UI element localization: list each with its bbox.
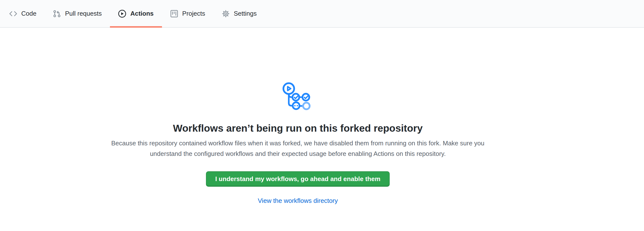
play-icon bbox=[118, 10, 126, 18]
code-icon bbox=[9, 10, 17, 18]
project-icon bbox=[170, 10, 178, 18]
view-workflows-directory-link[interactable]: View the workflows directory bbox=[258, 197, 338, 204]
pull-request-icon bbox=[53, 10, 61, 18]
repo-tab-bar: Code Pull requests Actions bbox=[0, 0, 644, 28]
actions-blankslate: Workflows aren’t being run on this forke… bbox=[0, 28, 596, 205]
tab-projects[interactable]: Projects bbox=[162, 0, 214, 27]
tab-actions-label: Actions bbox=[130, 10, 154, 17]
tab-actions[interactable]: Actions bbox=[110, 0, 162, 27]
tab-pull-requests-label: Pull requests bbox=[65, 10, 102, 17]
tab-pull-requests[interactable]: Pull requests bbox=[45, 0, 110, 27]
tab-code-label: Code bbox=[21, 10, 36, 17]
enable-workflows-button[interactable]: I understand my workflows, go ahead and … bbox=[206, 171, 390, 187]
workflow-graph-icon bbox=[281, 81, 315, 113]
tab-settings[interactable]: Settings bbox=[214, 0, 265, 27]
tab-projects-label: Projects bbox=[182, 10, 205, 17]
blankslate-description: Because this repository contained workfl… bbox=[99, 138, 497, 159]
tab-settings-label: Settings bbox=[234, 10, 257, 17]
gear-icon bbox=[222, 10, 230, 18]
tab-code[interactable]: Code bbox=[1, 0, 45, 27]
page-title: Workflows aren’t being run on this forke… bbox=[0, 122, 596, 135]
